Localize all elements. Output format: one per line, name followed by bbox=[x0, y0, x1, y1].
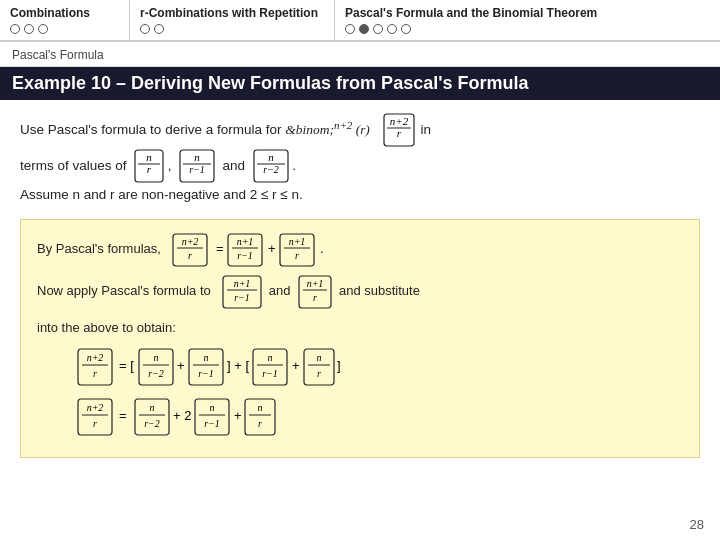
nav-r-combinations-dots bbox=[140, 24, 318, 34]
svg-text:n+2: n+2 bbox=[181, 236, 198, 247]
section-heading: Example 10 – Deriving New Formulas from … bbox=[0, 67, 720, 100]
dot-p-2 bbox=[359, 24, 369, 34]
svg-text:r: r bbox=[295, 250, 299, 261]
pascal-eq1-svg: n+2 r = n+1 r−1 + n+1 r . bbox=[172, 232, 432, 268]
svg-text:n: n bbox=[154, 352, 159, 363]
svg-text:n: n bbox=[150, 402, 155, 413]
dot-1 bbox=[10, 24, 20, 34]
svg-text:r−1: r−1 bbox=[237, 250, 253, 261]
svg-text:=: = bbox=[216, 241, 224, 256]
problem-line2: terms of values of n r , n r−1 and n r−2 bbox=[20, 158, 296, 173]
svg-text:+: + bbox=[234, 408, 242, 423]
solution-eq2-svg: n+2 r = n r−2 + 2 n r−1 + n r bbox=[77, 395, 497, 439]
n1r-svg: n+1 r bbox=[298, 274, 332, 310]
svg-text:r−1: r−1 bbox=[204, 418, 220, 429]
section-heading-text: Example 10 – Deriving New Formulas from … bbox=[12, 73, 528, 93]
svg-text:n+2: n+2 bbox=[389, 115, 408, 127]
page-number: 28 bbox=[690, 517, 704, 532]
dot-p-4 bbox=[387, 24, 397, 34]
nav-pascal-title: Pascal's Formula and the Binomial Theore… bbox=[345, 6, 597, 20]
dot-3 bbox=[38, 24, 48, 34]
nav-combinations[interactable]: Combinations bbox=[0, 0, 130, 40]
svg-text:+: + bbox=[268, 241, 276, 256]
svg-text:n+2: n+2 bbox=[87, 402, 104, 413]
math-expr-1: &binom;n+2 (r) bbox=[285, 122, 373, 137]
svg-text:r: r bbox=[93, 368, 97, 379]
svg-text:n+1: n+1 bbox=[306, 278, 323, 289]
svg-text:r−2: r−2 bbox=[148, 368, 164, 379]
solution-step2-intro: Now apply Pascal's formula to bbox=[37, 283, 211, 298]
solution-eq1: n+2 r = [ n r−2 + n r−1 ] + [ n bbox=[77, 345, 683, 389]
dot-p-3 bbox=[373, 24, 383, 34]
svg-text:r: r bbox=[317, 368, 321, 379]
solution-step2-end: and substitute bbox=[339, 283, 420, 298]
top-navigation: Combinations r-Combinations with Repetit… bbox=[0, 0, 720, 42]
svg-text:r: r bbox=[313, 292, 317, 303]
svg-text:r−2: r−2 bbox=[263, 164, 279, 175]
solution-step2-mid: and bbox=[269, 283, 291, 298]
svg-text:] + [: ] + [ bbox=[227, 358, 249, 373]
svg-text:.: . bbox=[320, 241, 324, 256]
svg-text:n: n bbox=[268, 151, 274, 163]
solution-box: By Pascal's formulas, n+2 r = n+1 r−1 + … bbox=[20, 219, 700, 458]
solution-eq1-svg: n+2 r = [ n r−2 + n r−1 ] + [ n bbox=[77, 345, 527, 389]
solution-line3: into the above to obtain: bbox=[37, 316, 683, 339]
svg-text:n: n bbox=[268, 352, 273, 363]
nav-combinations-title: Combinations bbox=[10, 6, 113, 20]
svg-text:r: r bbox=[147, 163, 152, 175]
svg-text:n: n bbox=[210, 402, 215, 413]
svg-text:r−1: r−1 bbox=[198, 368, 214, 379]
svg-text:r: r bbox=[258, 418, 262, 429]
svg-text:r−1: r−1 bbox=[262, 368, 278, 379]
binomial-nr-svg: n r bbox=[134, 148, 164, 184]
n1r1-svg: n+1 r−1 bbox=[222, 274, 262, 310]
svg-text:n: n bbox=[146, 151, 152, 163]
svg-text:n+2: n+2 bbox=[87, 352, 104, 363]
binomial-nr2-svg: n r−2 bbox=[253, 148, 289, 184]
breadcrumb: Pascal's Formula bbox=[0, 42, 720, 67]
svg-text:n: n bbox=[317, 352, 322, 363]
svg-text:n: n bbox=[194, 151, 200, 163]
main-content: Use Pascal's formula to derive a formula… bbox=[0, 100, 720, 468]
svg-text:= [: = [ bbox=[119, 358, 134, 373]
svg-text:r−1: r−1 bbox=[234, 292, 250, 303]
svg-text:n: n bbox=[204, 352, 209, 363]
svg-text:+: + bbox=[177, 358, 185, 373]
svg-text:n: n bbox=[258, 402, 263, 413]
binomial-n2r-svg: n+2 r bbox=[381, 112, 417, 148]
dot-p-5 bbox=[401, 24, 411, 34]
svg-text:r−2: r−2 bbox=[144, 418, 160, 429]
problem-line1b: in bbox=[420, 122, 431, 137]
svg-text:]: ] bbox=[337, 358, 341, 373]
dot-2 bbox=[24, 24, 34, 34]
svg-text:+: + bbox=[292, 358, 300, 373]
svg-text:=: = bbox=[119, 408, 127, 423]
solution-intro-text: By Pascal's formulas, bbox=[37, 241, 161, 256]
page-number-text: 28 bbox=[690, 517, 704, 532]
breadcrumb-text: Pascal's Formula bbox=[12, 48, 104, 62]
problem-statement: Use Pascal's formula to derive a formula… bbox=[20, 112, 700, 207]
solution-step3: into the above to obtain: bbox=[37, 320, 176, 335]
nav-combinations-dots bbox=[10, 24, 113, 34]
dot-p-1 bbox=[345, 24, 355, 34]
solution-line1: By Pascal's formulas, n+2 r = n+1 r−1 + … bbox=[37, 232, 683, 268]
svg-text:+ 2: + 2 bbox=[173, 408, 191, 423]
dot-r-1 bbox=[140, 24, 150, 34]
problem-line1: Use Pascal's formula to derive a formula… bbox=[20, 122, 431, 137]
problem-line3: Assume n and r are non-negative and 2 ≤ … bbox=[20, 187, 303, 202]
svg-text:n+1: n+1 bbox=[233, 278, 250, 289]
nav-pascal-dots bbox=[345, 24, 597, 34]
binomial-nr1-svg: n r−1 bbox=[179, 148, 215, 184]
svg-text:r: r bbox=[188, 250, 192, 261]
dot-r-2 bbox=[154, 24, 164, 34]
nav-r-combinations-title: r-Combinations with Repetition bbox=[140, 6, 318, 20]
solution-eq2: n+2 r = n r−2 + 2 n r−1 + n r bbox=[77, 395, 683, 439]
svg-text:r: r bbox=[93, 418, 97, 429]
nav-pascal[interactable]: Pascal's Formula and the Binomial Theore… bbox=[335, 0, 613, 40]
svg-text:n+1: n+1 bbox=[288, 236, 305, 247]
svg-text:n+1: n+1 bbox=[236, 236, 253, 247]
nav-r-combinations[interactable]: r-Combinations with Repetition bbox=[130, 0, 335, 40]
svg-text:r: r bbox=[397, 127, 402, 139]
svg-text:r−1: r−1 bbox=[189, 164, 205, 175]
solution-line2: Now apply Pascal's formula to n+1 r−1 an… bbox=[37, 274, 683, 310]
